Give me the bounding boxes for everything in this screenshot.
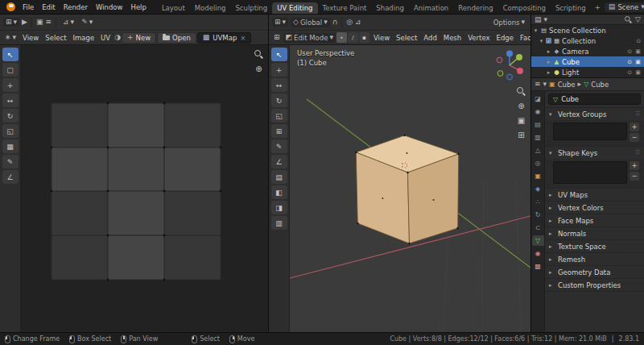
outliner-row[interactable]: ▸ ✓ ● Light ⊙ ▣ <box>531 67 644 77</box>
uv-tool-button[interactable]: ▦ <box>2 139 19 153</box>
outliner-row[interactable]: ▸ ✓ ◆ Camera ⊙ ▣ <box>531 46 644 56</box>
workspace-tab[interactable]: Texture Paint <box>318 2 372 14</box>
properties-tab[interactable]: ◎ <box>532 158 544 168</box>
topbar-menu-item[interactable]: File <box>19 3 38 11</box>
scene-selector[interactable]: ▤ Scene ▾ <box>605 2 644 12</box>
annotate-settings-dropdown[interactable]: ✎ ▾ <box>79 18 95 27</box>
workspace-tab[interactable]: Shading <box>371 2 409 14</box>
uv-canvas[interactable]: ⊕ <box>21 45 268 332</box>
section-header[interactable]: ▾ Shape Keys ⠿ <box>545 147 644 159</box>
viewport-menu-item[interactable]: Add <box>420 34 440 42</box>
ortho-toggle-icon[interactable]: ⊞ <box>518 131 524 139</box>
proportional-edit-icon[interactable]: ◎ <box>346 19 353 26</box>
proportional-edit-dropdown[interactable]: ⊿ ▾ <box>60 18 76 27</box>
visibility-icons[interactable]: ⊙ ▣ <box>627 69 642 76</box>
workspace-tab[interactable]: Sculpting <box>230 2 272 14</box>
gizmo-toggle-icon[interactable]: ⊿ <box>355 19 361 26</box>
section-header[interactable]: ▸ Face Maps <box>545 214 644 227</box>
add-item-button[interactable]: + <box>630 123 639 131</box>
mode-dropdown[interactable]: ◩ Edit Mode ▾ <box>283 33 336 43</box>
uv-tool-button[interactable]: ∠ <box>2 170 19 184</box>
workspace-tab[interactable]: Scripting <box>551 2 591 14</box>
workspace-tab[interactable]: Animation <box>409 2 453 14</box>
zoom-icon[interactable] <box>517 87 526 96</box>
viewport-tool-button[interactable]: ▥ <box>271 216 287 230</box>
uv-tool-button[interactable]: + <box>2 78 19 92</box>
transform-orientation-dropdown[interactable]: ◇ Global ▾ <box>291 18 330 27</box>
viewport-menu-item[interactable]: Face <box>517 34 530 42</box>
expand-arrow-icon[interactable]: ▾ <box>533 27 539 34</box>
properties-tab[interactable]: ▩ <box>532 261 544 272</box>
uv-menu-item[interactable]: Image <box>69 34 97 42</box>
image-pin-icon[interactable]: ◑ <box>114 34 121 41</box>
properties-tab[interactable]: ∴ <box>532 197 544 207</box>
editor-type-dropdown[interactable]: ∗ ▾ <box>2 33 19 42</box>
new-image-button[interactable]: + New <box>122 32 156 44</box>
face-select-icon[interactable]: ▪ <box>359 32 369 43</box>
open-image-button[interactable]: Open <box>157 32 196 44</box>
close-icon[interactable]: × <box>240 34 246 42</box>
viewport-tool-button[interactable]: ✎ <box>271 139 287 153</box>
viewport-menu-item[interactable]: Edge <box>493 34 517 42</box>
viewport-tool-button[interactable]: + <box>271 63 287 77</box>
expand-arrow-icon[interactable]: ▾ <box>539 38 544 44</box>
play-icon[interactable]: ▶ <box>22 19 27 26</box>
properties-tab[interactable]: ↻ <box>532 210 544 220</box>
viewport-menu-item[interactable]: Select <box>393 34 420 42</box>
properties-tab[interactable]: ⊂ <box>532 222 544 233</box>
search-icon[interactable] <box>625 16 632 23</box>
viewport-tool-button[interactable]: ↖ <box>271 48 287 61</box>
mesh-name-field[interactable]: ▽ Cube <box>548 94 641 105</box>
section-header[interactable]: ▸ Custom Properties <box>545 279 644 291</box>
viewport-tool-button[interactable]: ◨ <box>271 201 287 214</box>
uv-menu-item[interactable]: View <box>19 34 42 42</box>
list-icon[interactable]: ≡ <box>46 19 52 26</box>
viewport-tool-button[interactable]: ▤ <box>271 170 287 184</box>
viewport-menu-item[interactable]: Mesh <box>440 34 464 42</box>
options-dropdown[interactable]: Options ▾ <box>491 18 527 27</box>
viewport-tool-button[interactable]: ↻ <box>271 94 287 107</box>
topbar-menu-item[interactable]: Help <box>126 3 150 11</box>
topbar-menu-item[interactable]: Edit <box>38 3 59 11</box>
topbar-menu-item[interactable]: Render <box>60 3 92 11</box>
pan-icon[interactable]: ⊕ <box>255 65 262 73</box>
section-header[interactable]: ▸ Geometry Data <box>545 266 644 278</box>
uv-tool-button[interactable]: ✎ <box>2 155 19 168</box>
snap-magnet-icon[interactable]: ∩ <box>332 19 338 26</box>
workspace-tab[interactable]: UV Editing <box>272 2 317 14</box>
uv-tool-button[interactable]: ↻ <box>2 109 19 123</box>
properties-tab[interactable]: ▽ <box>532 235 544 246</box>
properties-tab[interactable]: ▣ <box>532 171 544 181</box>
workspace-tab[interactable]: Layout <box>157 2 190 14</box>
uv-tool-button[interactable]: ▢ <box>2 63 19 77</box>
properties-tab[interactable]: △ <box>532 145 544 156</box>
workspace-tab[interactable]: Modeling <box>190 2 231 14</box>
properties-editor-icon[interactable]: ≡ <box>535 81 541 88</box>
viewport-menu-item[interactable]: Vertex <box>464 34 493 42</box>
blender-logo-icon[interactable] <box>6 2 15 11</box>
properties-tab[interactable]: ▤ <box>532 119 544 130</box>
uv-tool-button[interactable]: ↔ <box>2 94 19 107</box>
grid-icon[interactable]: ▣ <box>36 19 43 26</box>
section-header[interactable]: ▾ Vertex Groups ⠿ <box>545 108 644 120</box>
visibility-icons[interactable]: ⊙ <box>636 38 642 44</box>
filter-funnel-icon[interactable]: ▽ <box>635 16 641 23</box>
uv-menu-item[interactable]: Select <box>42 34 69 42</box>
section-header[interactable]: ▸ Normals <box>545 227 644 239</box>
pan-icon[interactable]: ⊕ <box>518 102 524 110</box>
viewport-tool-button[interactable]: ⊞ <box>271 124 287 138</box>
workspace-tab[interactable]: Compositing <box>498 2 551 14</box>
workspace-tab[interactable]: Rendering <box>453 2 497 14</box>
uvmap-selector[interactable]: ▩ UVMap × <box>197 32 252 44</box>
outliner-row[interactable]: ▸ ✓ ▲ Cube ⊙ ▣ <box>531 56 644 67</box>
properties-tab[interactable]: ◉ <box>532 248 544 259</box>
edge-select-icon[interactable]: ∕ <box>348 32 358 43</box>
topbar-menu-item[interactable]: Window <box>92 3 127 11</box>
camera-view-icon[interactable]: ▣ <box>518 117 525 125</box>
empty-list-box[interactable] <box>553 161 627 184</box>
collection-checkbox[interactable]: ✓ <box>546 38 551 44</box>
outliner-row[interactable]: ▾ ✓ ▦ Collection ⊙ <box>531 35 644 46</box>
zoom-icon[interactable] <box>254 50 263 59</box>
uv-tool-button[interactable]: ◱ <box>2 124 19 138</box>
viewport-tool-button[interactable]: ◱ <box>271 109 287 123</box>
